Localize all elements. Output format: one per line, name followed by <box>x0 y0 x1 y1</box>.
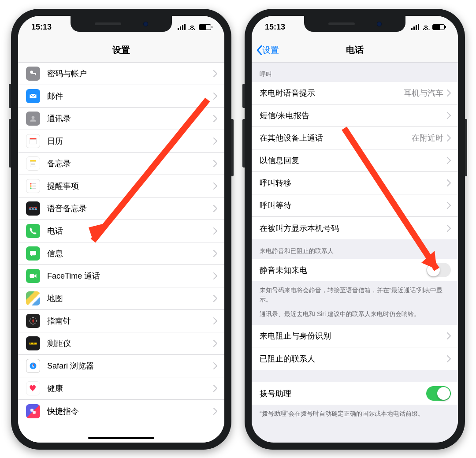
settings-row-health[interactable]: 健康 <box>18 377 224 400</box>
row-label: 快捷指令 <box>47 406 213 417</box>
row-label: 测距仪 <box>47 338 213 349</box>
chevron-right-icon <box>213 362 217 369</box>
settings-row-reminders[interactable]: 提醒事项 <box>18 175 224 197</box>
settings-row-maps[interactable]: 地图 <box>18 287 224 310</box>
navbar: 设置 电话 <box>252 38 458 63</box>
svg-rect-3 <box>30 94 37 98</box>
settings-list[interactable]: 密码与帐户邮件通讯录日历备忘录提醒事项语音备忘录电话信息FaceTime 通话地… <box>18 63 224 443</box>
chevron-right-icon <box>447 355 451 362</box>
contacts-icon <box>26 112 40 126</box>
row-label: 在被叫方显示本机号码 <box>260 223 447 234</box>
row-detail: 在附近时 <box>412 133 443 143</box>
facetime-icon <box>26 269 40 283</box>
dial-assist-footer: “拨号助理”会在拨号时自动确定正确的国际或本地电话前缀。 <box>252 405 458 424</box>
svg-rect-27 <box>33 411 36 414</box>
phone-row[interactable]: 来电时语音提示耳机与汽车 <box>252 82 458 104</box>
row-label: FaceTime 通话 <box>47 271 213 281</box>
battery-icon <box>199 24 211 30</box>
row-label: 短信/来电报告 <box>260 110 447 121</box>
svg-point-13 <box>30 185 31 186</box>
row-label: 日历 <box>47 136 213 146</box>
messages-icon <box>26 246 40 261</box>
measure-icon <box>26 336 40 350</box>
phone-settings-content[interactable]: 呼叫 来电时语音提示耳机与汽车短信/来电报告在其他设备上通话在附近时以信息回复呼… <box>252 63 458 443</box>
settings-row-compass[interactable]: 指南针 <box>18 310 224 332</box>
navbar: 设置 <box>18 38 224 63</box>
row-label: 静音未知来电 <box>260 265 426 276</box>
battery-icon <box>432 24 445 30</box>
notes-icon <box>26 156 40 171</box>
row-label: 来电阻止与身份识别 <box>260 331 447 341</box>
status-time: 15:13 <box>31 22 52 32</box>
settings-row-safari[interactable]: Safari 浏览器 <box>18 355 224 377</box>
chevron-right-icon <box>447 179 451 186</box>
screen-left: 15:13 设置 密码与帐户邮件通讯录日历备忘录提醒事项语音备忘录电话信息Fac… <box>18 16 224 443</box>
svg-rect-2 <box>35 73 36 75</box>
notch <box>71 16 172 32</box>
phone-icon <box>26 224 40 238</box>
calendar-icon <box>26 134 40 148</box>
chevron-right-icon <box>447 202 451 209</box>
settings-row-notes[interactable]: 备忘录 <box>18 153 224 175</box>
chevron-right-icon <box>447 157 451 164</box>
settings-row-shortcuts[interactable]: 快捷指令 <box>18 400 224 422</box>
group-header-calls: 呼叫 <box>252 63 458 82</box>
row-label: 来电时语音提示 <box>260 88 404 98</box>
row-label: 健康 <box>47 383 213 394</box>
settings-row-phone[interactable]: 电话 <box>18 220 224 242</box>
chevron-right-icon <box>447 112 451 119</box>
health-icon <box>26 381 40 395</box>
phone-row[interactable]: 呼叫转移 <box>252 172 458 194</box>
wifi-icon <box>422 24 430 30</box>
cellular-icon <box>178 24 186 30</box>
row-label: 地图 <box>47 293 213 304</box>
back-label: 设置 <box>262 45 279 56</box>
settings-row-calendar[interactable]: 日历 <box>18 130 224 153</box>
row-label: 以信息回复 <box>260 155 447 166</box>
row-label: 呼叫等待 <box>260 200 447 211</box>
svg-point-4 <box>32 116 35 119</box>
phone-row[interactable]: 来电阻止与身份识别 <box>252 325 458 347</box>
row-label: 邮件 <box>47 91 213 101</box>
settings-row-key[interactable]: 密码与帐户 <box>18 63 224 85</box>
page-title: 电话 <box>346 44 364 56</box>
settings-row-messages[interactable]: 信息 <box>18 242 224 265</box>
chevron-right-icon <box>213 205 217 212</box>
back-button[interactable]: 设置 <box>256 45 279 56</box>
chevron-right-icon <box>213 115 217 122</box>
phone-row[interactable]: 呼叫等待 <box>252 194 458 217</box>
svg-point-14 <box>30 187 31 189</box>
phone-row[interactable]: 在被叫方显示本机号码 <box>252 217 458 239</box>
chevron-right-icon <box>213 93 217 100</box>
phone-frame-left: 15:13 设置 密码与帐户邮件通讯录日历备忘录提醒事项语音备忘录电话信息Fac… <box>11 9 231 450</box>
settings-row-facetime[interactable]: FaceTime 通话 <box>18 265 224 287</box>
notch <box>304 16 405 32</box>
row-label: 提醒事项 <box>47 181 213 191</box>
row-label: 呼叫转移 <box>260 178 447 188</box>
phone-row[interactable]: 短信/来电报告 <box>252 104 458 127</box>
phone-row[interactable]: 以信息回复 <box>252 149 458 172</box>
chevron-right-icon <box>447 134 451 141</box>
shortcuts-icon <box>26 404 40 418</box>
settings-row-voicememo[interactable]: 语音备忘录 <box>18 197 224 220</box>
compass-icon <box>26 314 40 328</box>
chevron-right-icon <box>447 332 451 339</box>
chevron-right-icon <box>213 340 217 347</box>
row-silence-unknown-callers[interactable]: 静音未知来电 <box>252 259 458 281</box>
svg-rect-18 <box>30 274 34 278</box>
screen-right: 15:13 设置 电话 呼叫 来电时语音提示耳机与汽车短信/来电报告在其他设备上… <box>252 16 458 443</box>
row-label: 已阻止的联系人 <box>260 354 447 364</box>
settings-row-measure[interactable]: 测距仪 <box>18 332 224 355</box>
svg-point-12 <box>30 183 31 184</box>
group-header-silence: 来电静音和已阻止的联系人 <box>252 239 458 259</box>
row-dial-assist[interactable]: 拨号助理 <box>252 382 458 405</box>
settings-row-mail[interactable]: 邮件 <box>18 85 224 108</box>
settings-row-contacts[interactable]: 通讯录 <box>18 108 224 130</box>
phone-row[interactable]: 在其他设备上通话在附近时 <box>252 127 458 149</box>
toggle-silence-unknown[interactable] <box>426 263 451 277</box>
toggle-dial-assist[interactable] <box>426 386 451 401</box>
svg-rect-6 <box>30 140 37 144</box>
home-indicator[interactable] <box>88 437 154 439</box>
phone-row[interactable]: 已阻止的联系人 <box>252 347 458 370</box>
wifi-icon <box>188 24 196 30</box>
